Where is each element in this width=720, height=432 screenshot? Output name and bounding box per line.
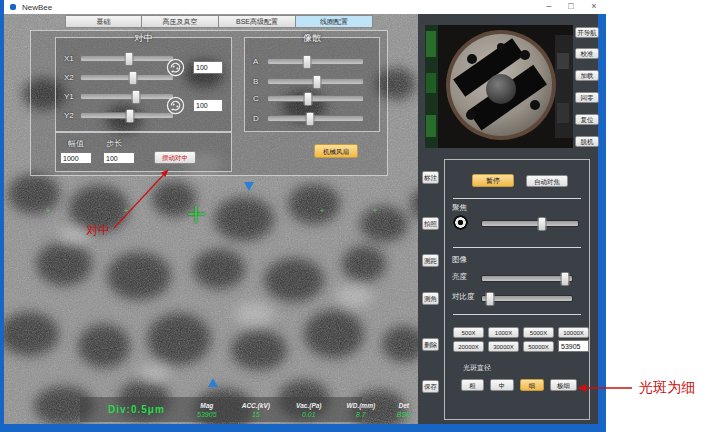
focus-slider-thumb[interactable]	[537, 217, 546, 231]
tab-bse-advanced[interactable]: BSE高级配置	[219, 15, 296, 28]
astig-a-label: A	[253, 57, 267, 66]
status-col-mag: Mag53905	[187, 402, 227, 418]
load-button[interactable]: 加载	[575, 70, 599, 81]
status-col-vac: Vac.(Pa)0.01	[285, 402, 333, 418]
tab-coil-config[interactable]: 线圈配置	[296, 15, 373, 28]
grid-tick-icon: +	[124, 208, 128, 214]
astig-b-label: B	[253, 77, 267, 86]
astig-c-thumb[interactable]	[303, 92, 312, 106]
y2-slider-thumb[interactable]	[125, 109, 134, 123]
focus-label: 聚焦	[452, 203, 467, 213]
contrast-slider[interactable]	[481, 295, 573, 302]
x1-slider-thumb[interactable]	[124, 52, 133, 66]
astig-b-slider[interactable]	[267, 78, 364, 85]
close-button[interactable]: ×	[585, 0, 603, 13]
spot-medium-button[interactable]: 中	[490, 379, 514, 391]
astigmatism-group: 像散 A B C D	[244, 37, 380, 132]
calibrate-button[interactable]: 校准	[575, 48, 599, 59]
screenshot-root: NewBee – □ ×	[0, 0, 720, 432]
step-label: 步长	[106, 138, 122, 149]
mag-50000x-button[interactable]: 50000X	[523, 341, 554, 352]
astig-a-slider[interactable]	[267, 58, 364, 65]
window-title: NewBee	[22, 3, 52, 12]
astig-c-label: C	[253, 94, 267, 103]
spot-coarse-button[interactable]: 粗	[461, 379, 484, 391]
astig-d-thumb[interactable]	[305, 112, 314, 126]
focus-slider[interactable]	[481, 220, 579, 227]
astig-a-thumb[interactable]	[302, 55, 311, 69]
mag-500x-button[interactable]: 500X	[453, 327, 484, 338]
home-zero-button[interactable]: 回零	[575, 92, 599, 103]
y1-slider-thumb[interactable]	[132, 90, 141, 104]
minimize-button[interactable]: –	[540, 0, 558, 13]
focus-target-icon[interactable]	[453, 215, 468, 230]
y1-slider[interactable]	[80, 93, 174, 100]
status-col-wd: WD.(mm)8.7	[338, 402, 384, 418]
crosshair-icon-vertical	[195, 206, 197, 223]
window-frame-bottom	[0, 424, 606, 432]
maximize-button[interactable]: □	[562, 0, 580, 13]
mechanical-fan-button[interactable]: 机械风扇	[314, 144, 358, 158]
astig-b-thumb[interactable]	[313, 75, 322, 89]
status-col-det: DetBSE	[389, 402, 419, 418]
astigmatism-title: 像散	[303, 32, 321, 45]
tab-bar: 基础 高压及真空 BSE高级配置 线圈配置	[65, 15, 373, 28]
window-frame-right	[598, 13, 606, 432]
measure-angle-tool-button[interactable]: 测角	[422, 292, 439, 305]
rotate-swap-x-icon[interactable]	[166, 58, 185, 77]
save-tool-button[interactable]: 保存	[422, 380, 439, 393]
open-navigation-button[interactable]: 开导航	[575, 27, 599, 38]
x2-slider[interactable]	[80, 74, 174, 81]
astig-d-slider[interactable]	[267, 115, 364, 122]
titlebar: NewBee – □ ×	[4, 0, 606, 14]
contrast-slider-thumb[interactable]	[486, 292, 495, 306]
amplitude-step-group: 幅值 步长 摆动对中	[55, 132, 232, 172]
capture-tool-button[interactable]: 拍照	[422, 217, 439, 230]
delete-tool-button[interactable]: 删除	[422, 338, 439, 351]
amplitude-input[interactable]	[60, 152, 92, 164]
centering-title: 对中	[135, 32, 153, 45]
brightness-slider[interactable]	[481, 275, 573, 282]
mag-5000x-button[interactable]: 5000X	[523, 327, 554, 338]
scan-control-box: 暂停 自动对焦 聚焦 图像 亮度 对比度 500X 1000X 5000X 10…	[444, 159, 590, 420]
amplitude-label: 幅值	[68, 138, 84, 149]
mag-20000x-button[interactable]: 20000X	[453, 341, 484, 352]
tab-hv-vacuum[interactable]: 高压及真空	[142, 15, 219, 28]
y-value-input[interactable]	[193, 99, 223, 112]
mag-value-input[interactable]	[558, 340, 589, 352]
tab-basic[interactable]: 基础	[65, 15, 142, 28]
mag-30000x-button[interactable]: 30000X	[488, 341, 519, 352]
mag-10000x-button[interactable]: 10000X	[558, 327, 589, 338]
measure-distance-tool-button[interactable]: 测距	[422, 254, 439, 267]
chamber-camera-view	[425, 25, 573, 148]
spot-fine-button[interactable]: 细	[520, 379, 544, 391]
image-section-label: 图像	[452, 255, 467, 265]
wobble-centering-button[interactable]: 摆动对中	[154, 151, 196, 164]
astig-d-label: D	[253, 114, 267, 123]
rotate-swap-y-icon[interactable]	[166, 96, 185, 115]
annotate-tool-button[interactable]: 标注	[422, 171, 439, 184]
brightness-slider-thumb[interactable]	[560, 272, 569, 286]
detector-marker-icon	[208, 378, 218, 387]
app-logo-icon	[10, 4, 16, 10]
spot-diameter-label: 光斑直径	[463, 363, 491, 373]
x-value-input[interactable]	[193, 61, 223, 74]
brightness-label: 亮度	[452, 272, 467, 282]
y2-slider[interactable]	[80, 112, 174, 119]
spot-extra-fine-button[interactable]: 极细	[550, 379, 577, 391]
pause-button[interactable]: 暂停	[472, 174, 514, 187]
reset-button[interactable]: 复位	[575, 114, 599, 125]
autofocus-button[interactable]: 自动对焦	[526, 175, 568, 187]
offline-button[interactable]: 脱机	[575, 136, 599, 147]
right-control-panel: 开导航 校准 加载 回零 复位 脱机 标注 拍照 测距 测角 删除 保存 暂停 …	[418, 14, 598, 424]
step-input[interactable]	[103, 152, 135, 164]
spot-annotation: 光斑为细	[639, 379, 695, 397]
grid-tick-icon: +	[46, 208, 50, 214]
astig-c-slider[interactable]	[267, 95, 364, 102]
centering-annotation: 对中	[86, 222, 110, 239]
divider	[453, 314, 581, 315]
x2-slider-thumb[interactable]	[129, 71, 138, 85]
mag-1000x-button[interactable]: 1000X	[488, 327, 519, 338]
x1-slider[interactable]	[80, 55, 174, 62]
x1-label: X1	[64, 54, 80, 63]
